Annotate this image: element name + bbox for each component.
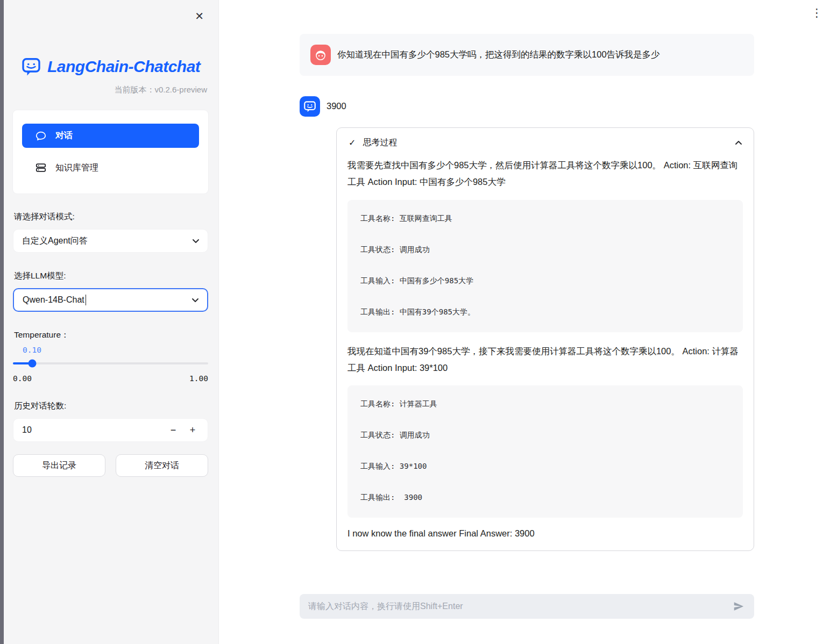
kebab-menu-icon[interactable]: ⋮ (811, 6, 822, 19)
llm-model-label: 选择LLM模型: (14, 270, 208, 282)
tool-call-block: 工具名称: 互联网查询工具 工具状态: 调用成功 工具输入: 中国有多少个985… (347, 200, 743, 332)
chat-bubble-smiley-icon (303, 99, 317, 113)
tool-output-line: 工具输出: 中国有39个985大学。 (360, 307, 730, 317)
version-row: 当前版本：v0.2.6-preview (13, 85, 207, 95)
version-label: 当前版本： (114, 85, 154, 94)
face-icon (314, 48, 328, 62)
tool-status-line: 工具状态: 调用成功 (360, 431, 730, 440)
expander-body: 我需要先查找中国有多少个985大学，然后使用计算器工具将这个数字乘以100。 A… (337, 155, 754, 550)
chat-bubble-smiley-icon (20, 57, 42, 76)
decrement-button[interactable]: − (164, 420, 183, 440)
tool-status-line: 工具状态: 调用成功 (360, 245, 730, 255)
slider-range-labels: 0.00 1.00 (13, 374, 208, 383)
thinking-step-2: 我现在知道中国有39个985大学，接下来我需要使用计算器工具将这个数字乘以100… (347, 343, 743, 377)
sidebar-action-buttons: 导出记录 清空对话 (13, 454, 208, 477)
chevron-up-icon[interactable] (734, 139, 743, 147)
nav-item-label: 知识库管理 (55, 162, 98, 174)
chevron-down-icon (191, 296, 200, 304)
window-edge-strip (0, 0, 4, 644)
expander-title: 思考过程 (363, 137, 397, 148)
dialog-mode-label: 请选择对话模式: (14, 211, 208, 223)
slider-max: 1.00 (189, 374, 208, 383)
tool-name-line: 工具名称: 互联网查询工具 (360, 214, 730, 224)
slider-track (13, 362, 208, 364)
text-caret (86, 295, 86, 305)
dialog-mode-select[interactable]: 自定义Agent问答 (13, 229, 208, 253)
chat-main: ⋮ 你知道现在中国有多少个985大学吗，把这得到的结果的数字乘以100告诉我是多… (219, 0, 830, 644)
nav-card: 对话 知识库管理 (13, 110, 208, 194)
thinking-step-1: 我需要先查找中国有多少个985大学，然后使用计算器工具将这个数字乘以100。 A… (347, 157, 743, 191)
increment-button[interactable]: + (183, 420, 202, 440)
version-value: v0.2.6-preview (154, 85, 207, 94)
llm-model-value: Qwen-14B-Chat (23, 295, 84, 305)
check-icon: ✓ (349, 138, 356, 148)
chat-input[interactable] (308, 602, 733, 611)
user-avatar (310, 45, 331, 65)
slider-thumb[interactable] (29, 359, 37, 367)
nav-item-label: 对话 (55, 130, 73, 141)
tool-output-line: 工具输出: 3900 (360, 493, 730, 503)
tool-input-line: 工具输入: 39*100 (360, 462, 730, 471)
llm-model-select[interactable]: Qwen-14B-Chat (13, 288, 208, 312)
assistant-avatar (300, 96, 320, 117)
dialog-mode-value: 自定义Agent问答 (22, 235, 191, 247)
export-records-button[interactable]: 导出记录 (13, 454, 105, 477)
tool-input-line: 工具输入: 中国有多少个985大学 (360, 276, 730, 286)
nav-item-dialogue[interactable]: 对话 (22, 124, 199, 148)
user-message-text: 你知道现在中国有多少个985大学吗，把这得到的结果的数字乘以100告诉我是多少 (337, 48, 660, 62)
history-rounds-stepper: 10 − + (13, 418, 208, 442)
assistant-answer-text: 3900 (327, 99, 346, 113)
chevron-down-icon (191, 237, 200, 245)
tool-call-block: 工具名称: 计算器工具 工具状态: 调用成功 工具输入: 39*100 工具输出… (347, 385, 743, 518)
temperature-label: Temperature： (14, 330, 208, 341)
thinking-expander: ✓ 思考过程 我需要先查找中国有多少个985大学，然后使用计算器工具将这个数字乘… (336, 127, 754, 551)
chat-column: 你知道现在中国有多少个985大学吗，把这得到的结果的数字乘以100告诉我是多少 … (300, 34, 754, 551)
database-stack-icon (35, 162, 47, 174)
send-icon[interactable] (733, 600, 744, 612)
history-rounds-value[interactable]: 10 (22, 425, 164, 435)
final-answer-line: I now know the final answer Final Answer… (347, 528, 743, 539)
slider-min: 0.00 (13, 374, 32, 383)
nav-item-knowledge-base[interactable]: 知识库管理 (22, 160, 199, 175)
sidebar-close-icon[interactable]: ✕ (193, 9, 206, 24)
clear-dialog-button[interactable]: 清空对话 (116, 454, 208, 477)
logo: LangChain-Chatchat (20, 57, 208, 76)
assistant-message-row: 3900 (300, 96, 754, 117)
temperature-value: 0.10 (23, 346, 208, 354)
sidebar: ✕ LangChain-Chatchat 当前版本：v0.2.6-preview… (4, 0, 219, 644)
tool-name-line: 工具名称: 计算器工具 (360, 399, 730, 409)
app-title: LangChain-Chatchat (47, 58, 200, 76)
message-composer (300, 594, 754, 619)
expander-header[interactable]: ✓ 思考过程 (337, 128, 754, 155)
history-rounds-label: 历史对话轮数: (14, 400, 208, 412)
temperature-slider[interactable] (13, 359, 208, 367)
sidebar-close-row: ✕ (13, 0, 208, 24)
app-window: ✕ LangChain-Chatchat 当前版本：v0.2.6-preview… (0, 0, 830, 644)
user-message-row: 你知道现在中国有多少个985大学吗，把这得到的结果的数字乘以100告诉我是多少 (300, 34, 754, 76)
chat-icon (35, 130, 47, 142)
